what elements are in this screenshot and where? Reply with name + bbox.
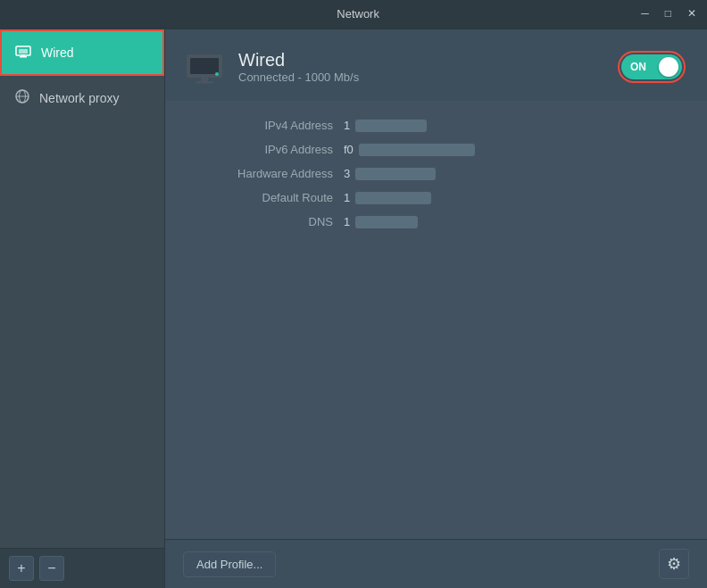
detail-info: IPv4 Address 1 IPv6 Address f0 Hardware …: [165, 101, 707, 539]
minimize-button[interactable]: ─: [637, 6, 653, 21]
window-title: Network: [79, 7, 637, 21]
hardware-address-blurred: [355, 168, 436, 180]
ipv6-blurred: [359, 144, 475, 156]
default-route-row: Default Route 1: [192, 191, 680, 204]
ipv6-row: IPv6 Address f0: [192, 143, 680, 156]
svg-rect-1: [19, 49, 28, 54]
ipv6-value: f0: [344, 143, 354, 156]
sidebar-item-wired-label: Wired: [41, 46, 74, 60]
ipv4-row: IPv4 Address 1: [192, 119, 680, 132]
svg-rect-3: [20, 56, 27, 58]
default-route-value: 1: [344, 191, 350, 204]
dns-value-block: 1: [344, 215, 418, 228]
close-button[interactable]: ✕: [684, 6, 700, 21]
ipv4-blurred: [355, 120, 427, 132]
dns-value: 1: [344, 215, 350, 228]
toggle-label: ON: [630, 61, 646, 73]
ipv4-label: IPv4 Address: [192, 119, 344, 132]
default-route-value-block: 1: [344, 191, 431, 204]
gear-button[interactable]: ⚙: [659, 549, 689, 579]
toggle-container: ON: [618, 51, 686, 83]
svg-rect-10: [195, 81, 213, 84]
network-device-icon: [183, 46, 226, 88]
detail-title: Wired: [238, 50, 359, 70]
default-route-blurred: [355, 192, 431, 204]
default-route-label: Default Route: [192, 191, 344, 204]
titlebar: Network ─ □ ✕: [0, 0, 707, 27]
dns-label: DNS: [192, 215, 344, 228]
hardware-address-value-block: 3: [344, 167, 436, 180]
ipv4-value: 1: [344, 119, 350, 132]
hardware-address-row: Hardware Address 3: [192, 167, 680, 180]
hardware-address-label: Hardware Address: [192, 167, 344, 180]
dns-row: DNS 1: [192, 215, 680, 228]
ipv6-label: IPv6 Address: [192, 143, 344, 156]
dns-blurred: [355, 216, 418, 228]
detail-footer: Add Profile... ⚙: [165, 539, 707, 588]
svg-rect-8: [190, 58, 219, 74]
add-profile-button[interactable]: Add Profile...: [183, 551, 276, 577]
detail-subtitle: Connected - 1000 Mb/s: [238, 70, 359, 84]
sidebar-item-network-proxy-label: Network proxy: [39, 91, 119, 105]
detail-title-text: Wired Connected - 1000 Mb/s: [238, 50, 359, 84]
remove-connection-button[interactable]: −: [39, 556, 64, 581]
sidebar-item-wired[interactable]: Wired: [0, 29, 164, 76]
sidebar-list: Wired Network proxy: [0, 29, 164, 548]
window-controls: ─ □ ✕: [637, 6, 700, 21]
svg-point-11: [215, 72, 219, 76]
sidebar-item-network-proxy[interactable]: Network proxy: [0, 76, 164, 120]
toggle-knob: [659, 57, 678, 77]
network-proxy-icon: [14, 88, 30, 108]
wired-icon: [14, 42, 32, 63]
detail-header: Wired Connected - 1000 Mb/s ON: [165, 29, 707, 101]
ipv6-value-block: f0: [344, 143, 475, 156]
hardware-address-value: 3: [344, 167, 350, 180]
sidebar: Wired Network proxy + −: [0, 29, 165, 588]
sidebar-footer: + −: [0, 548, 164, 588]
ipv4-value-block: 1: [344, 119, 427, 132]
maximize-button[interactable]: □: [661, 6, 675, 21]
wired-toggle[interactable]: ON: [621, 54, 682, 79]
add-connection-button[interactable]: +: [9, 556, 34, 581]
detail-panel: Wired Connected - 1000 Mb/s ON IPv4 Addr…: [165, 29, 707, 588]
detail-header-left: Wired Connected - 1000 Mb/s: [183, 46, 359, 88]
main-content: Wired Network proxy + −: [0, 29, 707, 588]
